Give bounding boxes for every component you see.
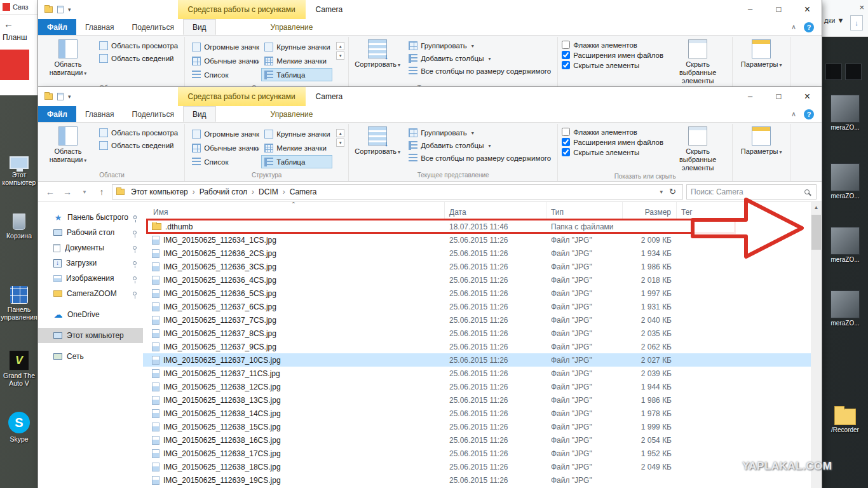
file-row[interactable]: IMG_20150625_112637_10CS.jpg 25.06.2015 … [143, 353, 811, 367]
nav-item[interactable]: Документы [38, 240, 143, 255]
file-row[interactable]: IMG_20150625_112638_17CS.jpg 25.06.2015 … [143, 447, 811, 460]
view-option[interactable]: Список [189, 155, 260, 168]
app-tile-icon[interactable] [825, 64, 842, 80]
qat-customize-chevron-icon[interactable]: ▾ [68, 6, 71, 13]
view-menu-button[interactable]: Группировать ▾ [406, 41, 553, 51]
maximize-button[interactable]: □ [764, 0, 793, 19]
view-menu-button[interactable]: Группировать ▾ [406, 128, 553, 138]
nav-item[interactable]: Загрузки [38, 255, 143, 271]
sort-button[interactable]: Сортировать▾ [353, 37, 402, 69]
view-option[interactable]: Огромные значки [189, 127, 260, 140]
ribbon-toggle[interactable]: Расширения имен файлов [562, 51, 663, 59]
scroll-up-icon[interactable]: ▴ [336, 129, 344, 137]
desktop-icon[interactable]: Skype [0, 412, 38, 443]
help-icon[interactable]: ? [804, 109, 814, 119]
desktop-icon[interactable]: Панель управления [0, 286, 38, 321]
sort-button[interactable]: Сортировать▾ [353, 124, 402, 156]
desktop-icon[interactable]: Grand The Auto V [0, 351, 38, 387]
options-button[interactable]: Параметры▾ [736, 37, 786, 69]
qat-properties-icon[interactable] [57, 93, 64, 100]
ribbon-tab[interactable]: Главная [76, 19, 123, 35]
ribbon-toggle[interactable]: Расширения имен файлов [562, 138, 663, 146]
ribbon-tab[interactable]: Файл [38, 106, 76, 122]
desktop-icon[interactable]: meraZO... [825, 290, 865, 327]
close-button[interactable]: × [793, 0, 822, 19]
qat-customize-chevron-icon[interactable]: ▾ [68, 93, 71, 100]
qat-folder-icon[interactable] [44, 93, 53, 100]
hide-selected-button[interactable]: Скрыть выбранные элементы [667, 37, 728, 86]
desktop-icon[interactable]: meraZO... [825, 163, 865, 200]
scrollbar-up-icon[interactable]: ▲ [811, 202, 822, 213]
file-row[interactable]: IMG_20150625_112638_14CS.jpg 25.06.2015 … [143, 407, 811, 420]
desktop-icon[interactable]: meraZO... [825, 95, 865, 131]
column-header[interactable]: ˆ Дата [445, 202, 546, 220]
download-icon[interactable]: ↓ [850, 15, 863, 30]
file-row[interactable]: IMG_20150625_112638_13CS.jpg 25.06.2015 … [143, 393, 811, 407]
up-button[interactable]: ↑ [95, 187, 109, 197]
breadcrumb-link[interactable]: Рабочий стол [197, 187, 250, 196]
background-close-icon[interactable]: × [859, 3, 864, 12]
view-option[interactable]: Крупные значки [261, 127, 332, 140]
scroll-up-icon[interactable]: ▴ [336, 42, 344, 50]
view-menu-button[interactable]: Все столбцы по размеру содержимого ▾ [406, 153, 553, 163]
pane-toggle-button[interactable]: Область просмотра [97, 41, 180, 51]
navigation-pane-button[interactable]: Область навигации▾ [43, 124, 93, 164]
file-row[interactable]: IMG_20150625_112638_18CS.jpg 25.06.2015 … [143, 460, 811, 473]
ribbon-toggle[interactable]: Скрытые элементы [562, 148, 663, 156]
help-icon[interactable]: ? [804, 22, 814, 32]
ribbon-toggle-checkbox[interactable] [562, 41, 570, 49]
ribbon-toggle-checkbox[interactable] [562, 148, 570, 156]
file-row[interactable]: IMG_20150625_112636_5CS.jpg 25.06.2015 1… [143, 287, 811, 300]
desktop-icon[interactable]: /Recorder [825, 409, 865, 433]
file-row[interactable]: IMG_20150625_112637_8CS.jpg 25.06.2015 1… [143, 327, 811, 340]
breadcrumb-link[interactable]: DCIM [256, 187, 281, 196]
nav-item[interactable]: CameraZOOM [38, 286, 143, 301]
view-option[interactable]: Мелкие значки [261, 54, 332, 67]
ribbon-toggle[interactable]: Флажки элементов [562, 128, 663, 136]
navigation-pane-button[interactable]: Область навигации▾ [43, 37, 93, 77]
view-option[interactable]: Таблица [261, 155, 332, 168]
contextual-tab-header[interactable]: Средства работы с рисунками [178, 87, 306, 106]
column-header[interactable]: ˆ Имя [143, 202, 445, 220]
ribbon-toggle-checkbox[interactable] [562, 51, 570, 59]
column-header[interactable]: ˆ Размер [623, 202, 677, 220]
nav-item[interactable]: Рабочий стол [38, 225, 143, 240]
refresh-icon[interactable]: ↻ [667, 187, 679, 196]
view-option[interactable]: Крупные значки [261, 40, 332, 53]
desktop-icon[interactable]: meraZO... [825, 227, 865, 263]
nav-item[interactable]: Сеть [38, 349, 143, 364]
view-option[interactable]: Обычные значки [189, 54, 260, 67]
ribbon-toggle-checkbox[interactable] [562, 138, 570, 146]
vertical-scrollbar[interactable]: ▲ [811, 202, 822, 488]
ribbon-tab[interactable]: Файл [38, 19, 76, 35]
pane-toggle-button[interactable]: Область сведений [97, 53, 180, 64]
ribbon-toggle[interactable]: Скрытые элементы [562, 61, 663, 69]
nav-item[interactable]: Изображения [38, 271, 143, 286]
ribbon-toggle-checkbox[interactable] [562, 128, 570, 136]
view-option[interactable]: Мелкие значки [261, 141, 332, 154]
background-browser-tab[interactable]: Связ [0, 0, 38, 15]
scrollbar-thumb[interactable] [811, 215, 821, 250]
qat-properties-icon[interactable] [57, 6, 64, 13]
options-button[interactable]: Параметры▾ [736, 124, 786, 156]
view-option[interactable]: Список [189, 68, 260, 81]
forward-button[interactable]: → [60, 187, 74, 197]
app-tile-icon[interactable] [845, 64, 862, 80]
recent-locations-chevron-icon[interactable]: ▾ [78, 189, 92, 195]
file-row[interactable]: IMG_20150625_112637_9CS.jpg 25.06.2015 1… [143, 340, 811, 353]
background-back-button[interactable]: ← [0, 15, 38, 30]
pane-toggle-button[interactable]: Область просмотра [97, 128, 180, 138]
file-row[interactable]: IMG_20150625_112637_11CS.jpg 25.06.2015 … [143, 367, 811, 380]
file-row[interactable]: IMG_20150625_112638_16CS.jpg 25.06.2015 … [143, 433, 811, 447]
minimize-button[interactable]: – [736, 87, 764, 106]
hide-selected-button[interactable]: Скрыть выбранные элементы [667, 124, 728, 173]
ribbon-tab[interactable]: Управление [262, 106, 322, 122]
view-option[interactable]: Таблица [261, 68, 332, 81]
breadcrumb-link[interactable]: Этот компьютер [128, 187, 191, 196]
scroll-down-icon[interactable]: ▾ [336, 51, 344, 60]
file-row[interactable]: IMG_20150625_112638_15CS.jpg 25.06.2015 … [143, 420, 811, 433]
file-row[interactable]: IMG_20150625_112639_19CS.jpg 25.06.2015 … [143, 473, 811, 487]
view-menu-button[interactable]: Добавить столбцы ▾ [406, 140, 553, 151]
desktop-icon[interactable]: Корзина [0, 214, 38, 240]
ribbon-tab[interactable]: Поделиться [123, 19, 183, 35]
